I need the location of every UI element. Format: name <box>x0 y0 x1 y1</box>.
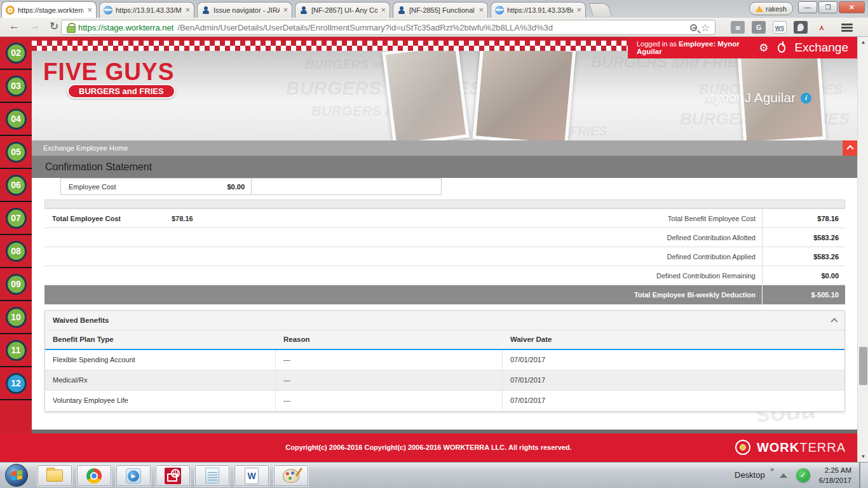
table-row: Flexible Spending Account --- 07/01/2017 <box>45 350 844 370</box>
close-button[interactable]: ✕ <box>839 1 865 13</box>
tab-title: Issue navigator - JIRA <box>214 6 280 14</box>
step-number: 06 <box>6 175 27 196</box>
logged-in-text: Logged in as Employee: Mynor Aguilar <box>637 40 742 55</box>
start-button[interactable] <box>5 464 28 487</box>
security-shield-icon[interactable]: ✓ <box>796 468 810 482</box>
minimize-button[interactable]: — <box>798 1 817 13</box>
table-row: Defined Contribution Applied $583.26 <box>44 247 845 266</box>
ws-extension-icon[interactable]: WS <box>773 21 787 34</box>
banner-photo <box>473 51 576 140</box>
grand-total-row: Total Employee Bi-weekly Deduction $-505… <box>44 285 845 304</box>
tab-close-icon[interactable]: × <box>185 7 190 13</box>
table-row: Total Employee Cost $78.16 Total Benefit… <box>44 209 845 228</box>
tab-close-icon[interactable]: × <box>478 7 484 13</box>
step-marker: 10 <box>0 301 32 334</box>
taskbar-media-player-button[interactable]: ▶ <box>116 464 151 487</box>
plan-cell: Medical/Rx <box>45 370 276 390</box>
collapse-banner-button[interactable] <box>843 140 857 156</box>
menu-icon[interactable] <box>841 24 853 32</box>
table-row: Voluntary Employee Life --- 07/01/2017 <box>45 391 844 411</box>
camera-extension-icon[interactable]: ◙ <box>731 21 745 34</box>
toolbar-overflow-icon[interactable]: » <box>770 465 774 473</box>
scroll-up-icon[interactable]: ▲ <box>858 37 868 48</box>
banner-photo <box>382 51 469 140</box>
step-marker: 03 <box>0 70 32 103</box>
tab-jira-navigator[interactable]: Issue navigator - JIRA × <box>197 2 292 18</box>
remote-desktop-icon <box>165 468 181 484</box>
step-number: 08 <box>6 241 27 262</box>
taskbar-word-button[interactable]: W <box>234 464 269 487</box>
plan-cell: Flexible Spending Account <box>45 350 276 370</box>
row-value: $583.26 <box>763 234 845 241</box>
jira-favicon-icon <box>299 6 308 15</box>
exchange-link[interactable]: Exchange <box>794 41 848 55</box>
step-marker: 04 <box>0 103 32 136</box>
taskbar-explorer-button[interactable] <box>37 464 72 487</box>
collapse-panel-icon[interactable] <box>831 318 837 325</box>
maximize-button[interactable]: ❐ <box>818 1 837 13</box>
taskbar-paint-button[interactable] <box>273 464 309 487</box>
info-icon[interactable]: i <box>801 93 811 104</box>
step-marker: 02 <box>0 37 32 70</box>
tab-mvc[interactable]: https://13.91.43.33/MvcC × <box>99 2 194 18</box>
forward-icon[interactable]: → <box>29 20 40 32</box>
browser-profile-button[interactable]: rakesh <box>749 2 793 15</box>
g-extension-icon[interactable]: G <box>752 21 766 34</box>
scroll-down-icon[interactable]: ▼ <box>858 451 868 462</box>
tab-nf2857[interactable]: [NF-2857] UI- Any Comp × <box>295 2 390 18</box>
desktop-toolbar[interactable]: Desktop <box>735 470 765 480</box>
dark-extension-icon[interactable] <box>794 21 808 34</box>
tab-benadmin[interactable]: https://13.91.43.33/BenA × <box>491 2 586 18</box>
browser-toolbar: ← → ↻ https://stage.workterra.net /BenAd… <box>0 18 868 37</box>
employee-cost-label: Employee Cost <box>69 183 116 191</box>
show-desktop-button[interactable] <box>859 463 868 488</box>
new-tab-button[interactable] <box>589 3 613 17</box>
taskbar-clock[interactable]: 2:25 AM 6/18/2017 <box>813 465 851 485</box>
refresh-icon[interactable]: ↻ <box>50 20 58 33</box>
breadcrumb[interactable]: Exchange Employee Home <box>43 144 128 152</box>
tab-close-icon[interactable]: × <box>381 7 386 13</box>
tab-close-icon[interactable]: × <box>87 7 92 13</box>
tray-show-hidden-icon[interactable] <box>780 473 787 478</box>
step-marker-active: 12 <box>0 367 32 400</box>
tab-close-icon[interactable]: × <box>283 7 288 13</box>
folder-icon <box>46 470 63 482</box>
step-number: 10 <box>6 307 27 328</box>
back-icon[interactable]: ← <box>9 20 20 32</box>
row-value: $78.16 <box>763 215 845 222</box>
paint-icon <box>283 469 299 483</box>
content-area: fries soda Employee Cost $0.00 Total Emp… <box>32 178 857 462</box>
total-employee-cost-value: $78.16 <box>172 215 324 222</box>
bookmark-star-icon[interactable]: ☆ <box>701 22 710 34</box>
notepad-icon <box>205 468 219 484</box>
pdf-extension-icon[interactable]: ⋏ <box>815 21 829 34</box>
footer: Copyright(c) 2006-2016 Copyright(c) 2006… <box>0 433 857 462</box>
address-bar[interactable]: https://stage.workterra.net /BenAdmin/Us… <box>61 20 715 35</box>
page-favicon-icon <box>495 6 504 15</box>
browser-tab-strip: https://stage.workterra.n × https://13.9… <box>0 0 868 18</box>
brand-banner: BURGERS and FRIES BURGERS and FRIES BURG… <box>32 51 857 140</box>
taskbar-chrome-button[interactable] <box>76 464 112 487</box>
zoom-icon[interactable] <box>690 24 697 31</box>
breadcrumb-bar: Exchange Employee Home <box>32 140 857 156</box>
taskbar-remote-app-button[interactable] <box>155 464 191 487</box>
scrollbar-thumb[interactable] <box>859 347 867 385</box>
employee-cost-row: Employee Cost $0.00 <box>60 178 442 195</box>
tab-workterra[interactable]: https://stage.workterra.n × <box>1 1 97 18</box>
table-row: Defined Contribution Allotted $583.26 <box>44 228 845 247</box>
logout-power-icon[interactable] <box>778 43 786 53</box>
word-icon: W <box>245 468 259 484</box>
reason-cell: --- <box>276 370 503 390</box>
extension-glyph <box>797 24 804 31</box>
step-marker: 08 <box>0 235 32 268</box>
tab-nf2855[interactable]: [NF-2855] Functional - Fi × <box>393 2 488 18</box>
date-cell: 07/01/2017 <box>503 391 844 411</box>
step-number: 02 <box>6 43 27 64</box>
page-title: Confirmation Statement <box>32 156 857 178</box>
settings-gear-icon[interactable]: ⚙ <box>759 41 768 55</box>
waived-benefits-column-headers: Benefit Plan Type Reason Waiver Date <box>45 330 844 350</box>
page-scrollbar[interactable]: ▲ ▼ <box>857 37 868 462</box>
step-marker: 05 <box>0 136 32 169</box>
tab-close-icon[interactable]: × <box>576 7 581 13</box>
taskbar-notepad-button[interactable] <box>194 464 230 487</box>
